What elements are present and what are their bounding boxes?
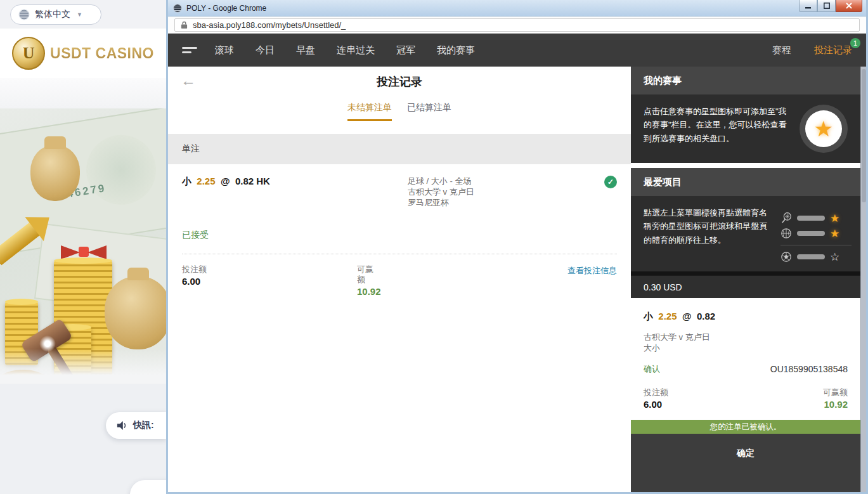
nav-item-my-bets[interactable]: 投注记录 1: [814, 44, 852, 56]
speaker-icon: [116, 420, 127, 431]
match-name: 古积大学 v 克卢日: [408, 186, 598, 197]
close-button[interactable]: [836, 0, 862, 12]
betslip-match: 古积大学 v 克卢日: [644, 332, 848, 342]
address-input[interactable]: sba-asia.poly188.com/mybets/Unsettled/_: [174, 18, 860, 32]
stake-label: 投注额: [182, 264, 357, 275]
my-events-star-button[interactable]: ★: [800, 105, 848, 153]
tennis-icon: [781, 212, 792, 224]
nav-item-outright[interactable]: 冠军: [396, 44, 415, 56]
bet-line: 2.25: [197, 176, 215, 186]
back-arrow-icon[interactable]: ←: [181, 73, 196, 88]
bets-tabs: 未结算注单 已结算注单: [168, 102, 631, 121]
tab-settled[interactable]: 已结算注单: [407, 102, 451, 121]
url-bar: sba-asia.poly188.com/mybets/Unsettled/_: [168, 16, 866, 34]
page-title: 投注记录: [168, 74, 631, 89]
window-title: POLY - Google Chrome: [186, 4, 266, 13]
favorite-row-tennis: ★: [781, 212, 852, 224]
betslip-towin-value: 10.92: [823, 399, 848, 410]
betslip-stake-label: 投注额: [644, 387, 668, 398]
language-selector[interactable]: 繁体中文 ▼: [10, 4, 101, 25]
language-label: 繁体中文: [35, 9, 70, 20]
news-ticker-button[interactable]: 快訊:: [106, 412, 166, 439]
betslip-selection: 小 2.25 @ 0.82: [644, 311, 848, 323]
favorite-bar: [797, 254, 825, 259]
money-bag-image: [105, 276, 166, 349]
page-scrollbar[interactable]: [860, 67, 866, 492]
favorites-description: 點選左上菜單圖標後再點選體育名稱旁的星型图标可把滾球和早盤頁的體育的順序往上移。: [644, 206, 774, 263]
section-single-bet: 单注: [168, 134, 631, 164]
nav-item-early[interactable]: 早盘: [296, 44, 315, 56]
money-bag-image: [30, 145, 80, 201]
league-name: 罗马尼亚杯: [408, 197, 598, 208]
maximize-button[interactable]: [817, 0, 836, 12]
betslip-market: 大小: [644, 342, 848, 353]
soccer-icon: [781, 251, 792, 263]
ticker-corner: [130, 480, 166, 494]
casino-logo[interactable]: U USDT CASINO: [0, 29, 166, 78]
bet-count-badge: 1: [850, 38, 860, 48]
favorites-divider: [781, 245, 852, 245]
favorites-body: 點選左上菜單圖標後再點選體育名稱旁的星型图标可把滾球和早盤頁的體育的順序往上移。…: [631, 196, 860, 271]
betslip-status: 确认: [644, 363, 660, 375]
betslip-match-info: 古积大学 v 克卢日 大小: [644, 332, 848, 353]
url-text: sba-asia.poly188.com/mybets/Unsettled/_: [193, 20, 346, 30]
casino-sidebar: 繁体中文 ▼ U USDT CASINO KB46279 B: [0, 0, 166, 494]
panel-gap: [631, 163, 860, 168]
favorite-bar: [797, 216, 825, 221]
favorite-star-tennis-icon[interactable]: ★: [830, 213, 839, 224]
to-win-label: 可赢额: [357, 264, 377, 285]
basketball-icon: [781, 228, 792, 239]
favorite-star-basketball-icon[interactable]: ★: [830, 228, 839, 239]
betslip-stake-value: 6.00: [644, 399, 668, 410]
market-type: 足球 / 大小 - 全场: [408, 176, 598, 186]
tab-unsettled[interactable]: 未结算注单: [347, 102, 392, 121]
stake-value: 6.00: [182, 276, 357, 287]
divider: [182, 254, 617, 254]
bet-status: 已接受: [182, 230, 617, 241]
logo-fade: [0, 78, 166, 108]
window-titlebar[interactable]: POLY - Google Chrome: [168, 0, 866, 16]
nav-item-today[interactable]: 今日: [256, 44, 275, 56]
favorites-header: 最爱项目: [631, 168, 860, 196]
bet-selection: 小 2.25 @ 0.82 HK: [182, 176, 408, 208]
betslip-reference: OU1859905138548: [770, 364, 848, 374]
betslip-card: 小 2.25 @ 0.82 古积大学 v 克卢日 大小 确认 OU1859905…: [631, 298, 860, 420]
my-events-body: 点击任意赛事的星型图标即可添加至"我的赛事"栏目。在这里，您可以轻松查看到所选赛…: [631, 94, 860, 163]
bet-market-info: 足球 / 大小 - 全场 古积大学 v 克卢日 罗马尼亚杯: [408, 176, 598, 208]
confirm-button[interactable]: 确定: [737, 448, 755, 459]
my-bets-main: ← 投注记录 未结算注单 已结算注单 单注 小 2.25 @: [168, 67, 631, 492]
favorite-star-soccer-icon[interactable]: ☆: [830, 252, 839, 263]
page-favicon-globe-icon: [173, 4, 182, 13]
my-events-description: 点击任意赛事的星型图标即可添加至"我的赛事"栏目。在这里，您可以轻松查看到所选赛…: [644, 105, 793, 153]
nav-item-schedule[interactable]: 赛程: [772, 44, 791, 56]
news-label: 快訊:: [133, 420, 154, 431]
globe-icon: [18, 9, 30, 20]
lock-icon: [181, 21, 188, 29]
my-bets-label: 投注记录: [814, 44, 852, 55]
right-panel: 我的赛事 点击任意赛事的星型图标即可添加至"我的赛事"栏目。在这里，您可以轻松查…: [631, 67, 860, 492]
view-bet-info-link[interactable]: 查看投注信息: [567, 266, 617, 275]
menu-icon[interactable]: [182, 44, 198, 56]
to-win-value: 10.92: [357, 286, 547, 297]
scrollbar-thumb[interactable]: [862, 69, 866, 202]
favorite-bar: [797, 231, 825, 236]
minimize-button[interactable]: [799, 0, 817, 12]
nav-item-parlay[interactable]: 连串过关: [337, 44, 375, 56]
nav-item-live[interactable]: 滚球: [215, 44, 234, 56]
language-bar: 繁体中文 ▼: [0, 0, 166, 29]
chevron-down-icon: ▼: [77, 11, 82, 18]
my-events-header: 我的赛事: [631, 67, 860, 94]
nav-item-my-events[interactable]: 我的赛事: [437, 44, 475, 56]
betslip-towin-label: 可赢额: [823, 387, 848, 398]
casino-logo-text: USDT CASINO: [50, 45, 154, 62]
betslip-line: 2.25: [658, 311, 677, 322]
bet-record: 小 2.25 @ 0.82 HK 足球 / 大小 - 全场 古积大学 v 克卢日…: [168, 164, 631, 297]
favorite-row-soccer: ☆: [781, 251, 852, 263]
betslip-amount-bar: 0.30 USD: [631, 275, 860, 298]
confirmation-message: 您的注单已被确认。: [631, 420, 860, 434]
confirmed-check-icon: ✓: [604, 176, 617, 188]
star-icon: ★: [814, 118, 833, 140]
site-navbar: 滚球 今日 早盘 连串过关 冠军 我的赛事 赛程 投注记录 1: [168, 34, 866, 67]
favorite-row-basketball: ★: [781, 228, 852, 239]
chrome-window: POLY - Google Chrome sba-asia.poly188.co…: [166, 0, 868, 494]
